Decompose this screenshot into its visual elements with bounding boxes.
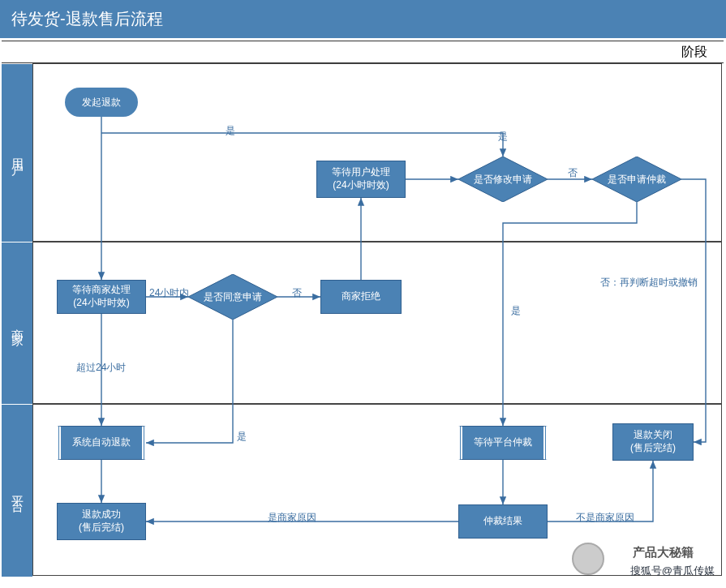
- node-arbitrate-ask-label: 是否申请仲裁: [608, 173, 666, 187]
- title-text: 待发货-退款售后流程: [11, 8, 163, 30]
- lane-platform-text: 平台: [10, 486, 25, 496]
- flowchart-page: 待发货-退款售后流程 阶段 用户 商家 平台 发起退款 等待商家处理 (24小时…: [0, 0, 726, 588]
- lane-merchant-text: 商家: [10, 319, 25, 328]
- edge-modify-yes: 是: [498, 130, 508, 144]
- lane-label-platform: 平台: [2, 404, 32, 577]
- node-wait-user: 等待用户处理 (24小时时效): [316, 161, 406, 198]
- node-modify: 是否修改申请: [458, 157, 548, 202]
- watermark-title: 产品大秘籍: [633, 545, 694, 560]
- edge-is-merchant-cause: 是商家原因: [268, 511, 316, 525]
- node-wait-merchant-label: 等待商家处理 (24小时时效): [72, 284, 131, 309]
- node-wait-platform-label: 等待平台仲裁: [474, 436, 532, 449]
- edge-over24: 超过24小时: [76, 361, 126, 375]
- edge-arb-yes: 是: [511, 304, 521, 318]
- lane-label-user: 用户: [2, 63, 32, 242]
- edge-no-agree: 否: [292, 286, 302, 300]
- node-start-label: 发起退款: [82, 96, 121, 109]
- edge-arb-no: 否：再判断超时或撤销: [600, 276, 714, 290]
- edge-yes1: 是: [226, 124, 235, 138]
- node-arbitrate-result-label: 仲裁结果: [483, 515, 522, 528]
- lane-user: [32, 63, 722, 242]
- node-merchant-reject-label: 商家拒绝: [342, 290, 380, 303]
- edge-within24: 24小时内: [149, 286, 189, 300]
- node-refund-success-label: 退款成功 (售后完结): [79, 509, 124, 534]
- lane-label-merchant: 商家: [2, 242, 32, 405]
- node-arbitrate-ask: 是否申请仲裁: [592, 157, 681, 202]
- lane-user-text: 用户: [10, 148, 25, 158]
- node-wait-merchant: 等待商家处理 (24小时时效): [57, 280, 146, 314]
- lane-merchant: [32, 242, 722, 404]
- node-merchant-reject: 商家拒绝: [320, 280, 402, 314]
- node-start: 发起退款: [65, 88, 138, 117]
- node-refund-success: 退款成功 (售后完结): [57, 503, 146, 540]
- node-agree-label: 是否同意申请: [204, 290, 262, 304]
- node-agree: 是否同意申请: [188, 274, 277, 320]
- watermark-logo: [572, 543, 604, 575]
- node-auto-refund: 系统自动退款: [57, 426, 146, 460]
- stage-label: 阶段: [681, 45, 707, 58]
- node-refund-close-label: 退款关闭 (售后完结): [630, 429, 676, 454]
- node-wait-platform: 等待平台仲裁: [458, 426, 548, 460]
- watermark-sub: 搜狐号@青瓜传媒: [630, 564, 715, 578]
- edge-agree-yes: 是: [237, 430, 247, 444]
- edge-modify-no: 否: [568, 166, 578, 180]
- node-refund-close: 退款关闭 (售后完结): [612, 423, 694, 461]
- edge-not-merchant-cause: 不是商家原因: [576, 511, 634, 525]
- node-wait-user-label: 等待用户处理 (24小时时效): [332, 166, 390, 191]
- title-bar: 待发货-退款售后流程: [0, 0, 726, 38]
- node-auto-refund-label: 系统自动退款: [72, 436, 131, 449]
- node-modify-label: 是否修改申请: [474, 173, 532, 187]
- node-arbitrate-result: 仲裁结果: [458, 504, 548, 539]
- stage-header: 阶段: [2, 41, 724, 63]
